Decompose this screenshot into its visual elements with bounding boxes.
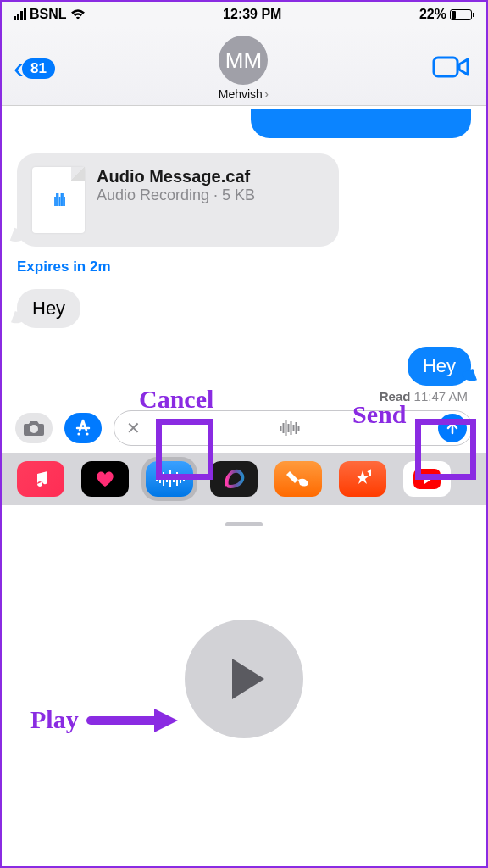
app-icon-clips[interactable] — [339, 461, 386, 497]
play-audio-button[interactable] — [185, 620, 303, 738]
camera-icon — [23, 420, 45, 437]
received-text-bubble[interactable]: Hey — [17, 289, 80, 328]
svg-rect-0 — [434, 58, 458, 76]
received-file-bubble[interactable]: ıllıllı Audio Message.caf Audio Recordin… — [17, 153, 339, 247]
cancel-audio-button[interactable]: ✕ — [126, 418, 141, 438]
battery-icon — [450, 9, 474, 20]
carrier-label: BSNL — [30, 7, 67, 22]
message-list[interactable]: ıllıllı Audio Message.caf Audio Recordin… — [2, 106, 486, 403]
play-icon — [232, 659, 264, 699]
svg-point-1 — [30, 425, 38, 433]
contact-info[interactable]: MM Mehvish — [219, 36, 269, 102]
sent-text-bubble[interactable]: Hey — [408, 347, 471, 386]
conversation-header: ‹ 81 MM Mehvish — [2, 27, 486, 106]
expiry-label: Expires in 2m — [17, 259, 471, 275]
clock: 12:39 PM — [223, 7, 281, 22]
annotation-cancel-label: Cancel — [139, 385, 214, 414]
app-icon-procreate[interactable] — [210, 461, 258, 497]
app-store-button[interactable] — [64, 413, 102, 443]
signal-icon — [14, 8, 26, 20]
app-icon-digital-touch[interactable] — [81, 461, 129, 497]
prev-sent-message — [17, 109, 471, 138]
back-button[interactable]: ‹ 81 — [14, 53, 55, 84]
contact-name: Mehvish — [219, 86, 269, 102]
imessage-app-drawer[interactable] — [2, 453, 486, 505]
annotation-play-label: Play — [30, 705, 79, 734]
camera-button[interactable] — [15, 413, 53, 443]
app-icon-garageband[interactable] — [274, 461, 322, 497]
drawer-grabber[interactable] — [225, 522, 263, 526]
battery-percentage: 22% — [419, 7, 446, 22]
annotation-cancel-box — [156, 419, 214, 480]
status-bar: BSNL 12:39 PM 22% — [2, 2, 486, 27]
svg-point-2 — [77, 432, 80, 435]
app-icon-music[interactable] — [17, 461, 64, 497]
avatar: MM — [219, 36, 268, 85]
audio-app-panel — [2, 505, 486, 810]
audio-file-icon: ıllıllı — [32, 167, 85, 233]
svg-point-3 — [86, 432, 88, 435]
annotation-send-box — [415, 419, 476, 480]
message-input-bar: ✕ — [2, 403, 486, 453]
unread-count-badge: 81 — [22, 58, 55, 79]
video-call-button[interactable] — [432, 54, 469, 83]
wifi-icon — [70, 9, 86, 20]
annotation-send-label: Send — [352, 400, 406, 429]
file-name: Audio Message.caf — [97, 167, 255, 186]
app-store-icon — [74, 419, 92, 437]
annotation-arrow-icon — [86, 704, 180, 737]
file-description: Audio Recording · 5 KB — [97, 186, 255, 204]
